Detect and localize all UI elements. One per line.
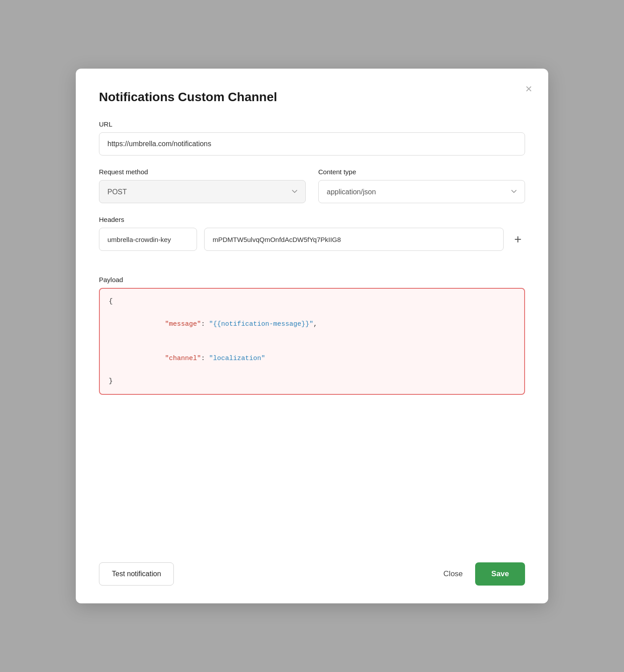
modal-title: Notifications Custom Channel <box>99 90 525 104</box>
close-x-icon: × <box>525 82 532 95</box>
payload-line-close-brace: } <box>109 376 515 387</box>
headers-row: + <box>99 228 525 251</box>
payload-line-message: "message": "{{notification-message}}", <box>109 307 515 342</box>
modal-dialog: × Notifications Custom Channel URL Reque… <box>76 69 548 603</box>
payload-line-channel: "channel": "localization" <box>109 341 515 376</box>
request-method-group: Request method POST GET PUT PATCH <box>99 168 306 203</box>
method-contenttype-row: Request method POST GET PUT PATCH Conten… <box>99 168 525 203</box>
footer-right-actions: Close Save <box>443 562 525 586</box>
request-method-label: Request method <box>99 168 306 176</box>
close-button[interactable]: Close <box>443 570 463 578</box>
headers-label: Headers <box>99 216 525 223</box>
request-method-select[interactable]: POST GET PUT PATCH <box>99 180 306 203</box>
url-input[interactable] <box>99 132 525 156</box>
payload-editor[interactable]: { "message": "{{notification-message}}",… <box>99 288 525 395</box>
close-icon-button[interactable]: × <box>524 81 534 96</box>
test-notification-button[interactable]: Test notification <box>99 562 174 586</box>
modal-footer: Test notification Close Save <box>99 552 525 586</box>
content-type-select[interactable]: application/json application/x-www-form-… <box>318 180 525 203</box>
content-type-group: Content type application/json applicatio… <box>318 168 525 203</box>
payload-label: Payload <box>99 276 525 283</box>
url-field-group: URL <box>99 120 525 156</box>
payload-field-group: Payload { "message": "{{notification-mes… <box>99 276 525 467</box>
payload-line-open-brace: { <box>109 296 515 307</box>
content-type-label: Content type <box>318 168 525 176</box>
save-button[interactable]: Save <box>475 562 525 586</box>
modal-overlay: × Notifications Custom Channel URL Reque… <box>0 0 624 672</box>
headers-field-group: Headers + <box>99 216 525 263</box>
add-header-button[interactable]: + <box>511 233 525 246</box>
url-label: URL <box>99 120 525 128</box>
header-key-input[interactable] <box>99 228 197 251</box>
header-value-input[interactable] <box>204 228 504 251</box>
